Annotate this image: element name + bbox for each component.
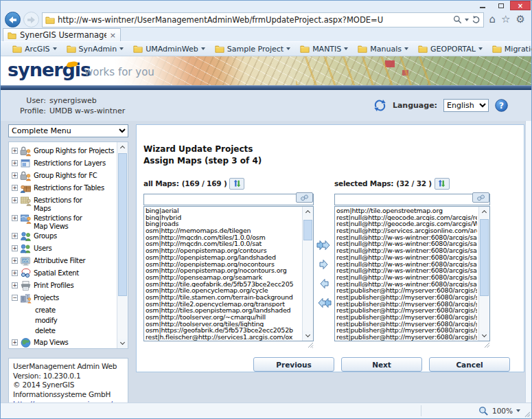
list-item[interactable]: osm|http://tile.stamen.com/terrain-backg…	[146, 294, 301, 301]
sidebar-item-group-rights-for-projects[interactable]: + Group Rights for Projects	[12, 146, 115, 157]
favorites-star-icon[interactable]: ☆	[501, 14, 510, 25]
close-icon[interactable]: ×	[510, 1, 531, 10]
sidebar-item-restrictions-for-map-views[interactable]: + Restrictions for Map Views	[12, 213, 115, 229]
sidebar-item-projects[interactable]: − Projects	[12, 293, 115, 304]
list-item[interactable]: rest|null@http://w-ws-wintner:6080/arcgi…	[336, 247, 477, 254]
list-item[interactable]: osm|http://tile.geofabrik.de/5fb573bce2e…	[146, 281, 301, 288]
help-icon[interactable]: ?	[495, 99, 508, 112]
sidebar-item-users[interactable]: + Users	[12, 243, 115, 254]
collapse-icon[interactable]: −	[12, 295, 18, 301]
move-right-button[interactable]	[316, 258, 332, 271]
expand-icon[interactable]: +	[12, 172, 18, 179]
list-item[interactable]: rest|null@http://geocode.arcgis.com/arcg…	[336, 220, 477, 227]
list-item[interactable]: rest|publisher@http://myserver:6080/arcg…	[336, 301, 477, 308]
sidebar-item-attributive-filter[interactable]: + Attributive Filter	[12, 256, 115, 267]
list-item[interactable]: rest|publisher@http://myserver:6080/arcg…	[336, 287, 477, 294]
scroll-up-icon[interactable]	[303, 207, 313, 216]
cancel-button[interactable]: Cancel	[429, 357, 510, 372]
sort-all-maps-button[interactable]	[229, 178, 244, 190]
sidebar-scrollbar[interactable]	[117, 142, 128, 348]
favorites-folder-item[interactable]: Migration	[488, 45, 532, 54]
address-bar[interactable]: http://w-ws-wintner/UserManagementAdminW…	[42, 12, 484, 27]
expand-icon[interactable]: +	[12, 339, 18, 346]
list-item[interactable]: rest|publisher@http://myserver:6080/arcg…	[336, 321, 477, 328]
favorites-folder-item[interactable]: ArcGIS	[8, 45, 62, 54]
list-item[interactable]: osm|http://mqcdn.com/tiles/1.0.0/osm	[146, 234, 301, 241]
list-item[interactable]: rest|publisher@http://myserver:6080/arcg…	[336, 314, 477, 321]
list-item[interactable]: rest|publisher@http://myserver:6080/arcg…	[336, 327, 477, 334]
list-item[interactable]: osm|https://geofabrik.de/5fb573bce2ecc20…	[146, 327, 301, 334]
resize-grip-icon[interactable]	[524, 411, 531, 418]
sidebar-item-group-rights-for-fc[interactable]: + Group Rights for FC	[12, 170, 115, 181]
language-select[interactable]: English	[443, 99, 489, 112]
scroll-up-icon[interactable]	[479, 207, 489, 216]
search-icon[interactable]	[453, 15, 462, 24]
sidebar-item-groups[interactable]: + Groups	[12, 231, 115, 242]
favorites-folder-item[interactable]: Sample Project	[211, 45, 296, 54]
list-item[interactable]: osm|http://tile.opencyclemap.org/cycle	[146, 287, 301, 294]
list-item[interactable]: rest|publisher@http://myserver:6080/arcg…	[336, 307, 477, 314]
list-item[interactable]: osm|http://openpistemap.org/nocontours	[146, 261, 301, 268]
list-item[interactable]: osm|http://openpistemap.org/nocontours.o…	[146, 267, 301, 274]
browser-tab[interactable]: SynerGIS Usermanagement ... ×	[3, 28, 121, 41]
home-icon[interactable]: ⌂	[489, 14, 496, 25]
expand-icon[interactable]: +	[12, 185, 18, 191]
refresh-icon[interactable]	[472, 15, 481, 24]
list-item[interactable]: rest|null@http://w-ws-wintner:6080/arcgi…	[336, 254, 477, 261]
favorites-folder-item[interactable]: SynAdmin	[62, 45, 130, 54]
selected-maps-filter-input[interactable]	[334, 194, 490, 205]
language-refresh-icon[interactable]	[373, 99, 386, 112]
favorites-folder-item[interactable]: UMAdminWeb	[129, 45, 211, 54]
expand-icon[interactable]: +	[12, 270, 18, 276]
list-item[interactable]: rest|null@http://w-ws-wintner:6080/arcgi…	[336, 281, 477, 288]
list-item[interactable]: osm|http://openpistemap.org/landshaded	[146, 254, 301, 261]
sidebar-item-restrictions-for-layers[interactable]: + Restrictions for Layers	[12, 158, 115, 169]
sort-selected-maps-button[interactable]	[435, 178, 450, 190]
list-item[interactable]: bing|aerial	[146, 207, 301, 214]
maximize-icon[interactable]	[491, 1, 510, 10]
next-button[interactable]: Next	[341, 357, 422, 372]
previous-button[interactable]: Previous	[253, 357, 334, 372]
expand-icon[interactable]: +	[12, 215, 18, 221]
list-item[interactable]: rest|null@http://geocode.arcgis.com/arcg…	[336, 214, 477, 221]
list-item[interactable]: osm|http://tile2.opencyclemap.org/transp…	[146, 301, 301, 308]
list-item[interactable]: rest|null@http://services.arcgisonline.c…	[336, 227, 477, 234]
zoom-magnifier-icon[interactable]	[478, 406, 489, 416]
move-all-left-button[interactable]	[316, 296, 332, 310]
selected-maps-scrollbar[interactable]	[478, 207, 489, 341]
list-item[interactable]: bing|hybrid	[146, 214, 301, 221]
favorites-folder-item[interactable]: Manuals	[354, 45, 414, 54]
chevron-down-icon[interactable]	[516, 409, 520, 412]
back-button[interactable]	[5, 12, 21, 27]
forward-button[interactable]	[23, 12, 39, 27]
sidebar-item-projects-delete[interactable]: delete	[12, 326, 115, 336]
list-item[interactable]: osm|http://toolserver.org/tiles/lighting	[146, 321, 301, 328]
expand-icon[interactable]: +	[12, 233, 18, 239]
chevron-down-icon[interactable]	[465, 19, 469, 21]
settings-gear-icon[interactable]: ⚙	[516, 14, 525, 25]
list-item[interactable]: osm|http://mqcdn.com/tiles/1.0.0/sat	[146, 240, 301, 247]
minimize-icon[interactable]	[473, 1, 491, 10]
selected-maps-listbox[interactable]: osm|http://tile.openstreetmap.orgrest|nu…	[334, 206, 490, 341]
sidebar-item-projects-modify[interactable]: modify	[12, 315, 115, 326]
resize-grip-icon[interactable]	[308, 342, 314, 348]
list-item[interactable]: rest|publisher@http://myserver:6080/arcg…	[336, 294, 477, 301]
menu-filter-select[interactable]: Complete Menu	[8, 124, 128, 137]
list-item[interactable]: rest|null@http://w-ws-wintner:6080/arcgi…	[336, 267, 477, 274]
list-item[interactable]: rest|null@http://w-ws-wintner:6080/arcgi…	[336, 240, 477, 247]
sidebar-item-restrictions-for-tables[interactable]: + Restrictions for Tables	[12, 183, 115, 194]
expand-icon[interactable]: +	[12, 282, 18, 288]
expand-icon[interactable]: +	[12, 197, 18, 203]
list-item[interactable]: rest|null@http://w-ws-wintner:6080/arcgi…	[336, 261, 477, 268]
page-scrollbar[interactable]	[525, 121, 531, 403]
list-item[interactable]: osm|http://memomaps.de/tilegen	[146, 227, 301, 234]
list-item[interactable]: osm|http://tile.openstreetmap.org	[336, 207, 477, 214]
all-maps-filter-button[interactable]	[296, 192, 313, 203]
zoom-level[interactable]: 100%	[492, 407, 513, 415]
selected-maps-filter-button[interactable]	[472, 192, 489, 203]
expand-icon[interactable]: +	[12, 160, 18, 166]
list-item[interactable]: rest|h.fleischer@http://services1.arcgis…	[146, 334, 301, 341]
expand-icon[interactable]: +	[12, 258, 18, 264]
sidebar-item-projects-create[interactable]: create	[12, 305, 115, 315]
scroll-down-icon[interactable]	[479, 331, 489, 341]
